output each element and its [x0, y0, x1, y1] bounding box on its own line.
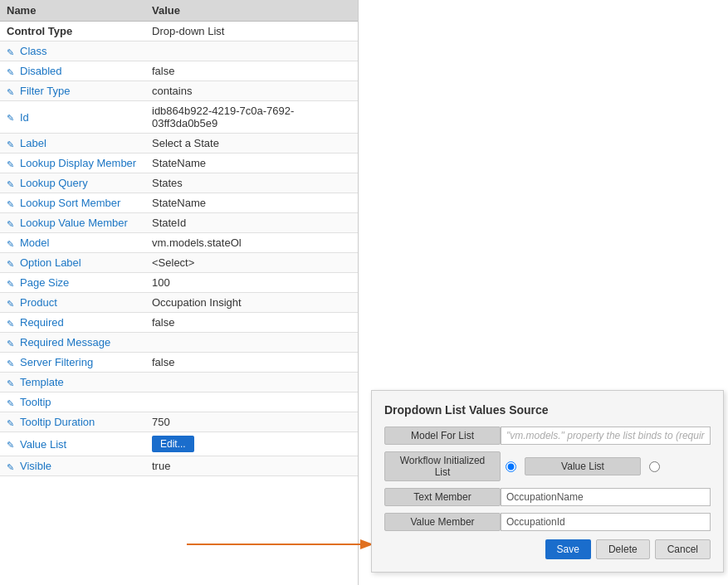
property-value-cell: idb864b922-4219-7c0a-7692-03ff3da0b5e9	[145, 101, 358, 134]
radio-workflow-label[interactable]	[506, 461, 516, 472]
property-name[interactable]: Required	[20, 316, 64, 329]
radio-value-list[interactable]	[649, 461, 660, 472]
table-row: ✎Lookup Value MemberStateId	[0, 213, 358, 233]
property-value-cell: Edit...	[145, 432, 358, 456]
property-name[interactable]: Id	[20, 111, 29, 124]
property-value-cell: StateName	[145, 154, 358, 173]
property-value: idb864b922-4219-7c0a-7692-03ff3da0b5e9	[152, 105, 294, 129]
value-member-label: Value Member	[384, 513, 501, 531]
workflow-label: Workflow Initialized List	[384, 451, 501, 481]
property-value-cell	[145, 392, 358, 412]
edit-pencil-icon: ✎	[7, 398, 17, 408]
edit-pencil-icon: ✎	[7, 378, 17, 388]
property-value-cell: true	[145, 456, 358, 476]
col-header-name: Name	[0, 0, 145, 22]
property-value-cell: Drop-down List	[145, 22, 358, 41]
save-button[interactable]: Save	[545, 539, 591, 559]
model-for-list-label: Model For List	[384, 427, 501, 445]
table-row: ✎Tooltip Duration750	[0, 412, 358, 432]
property-name[interactable]: Product	[20, 296, 57, 309]
property-name-cell: ✎Lookup Sort Member	[0, 193, 145, 213]
property-name[interactable]: Disabled	[20, 65, 62, 77]
model-for-list-input[interactable]	[501, 427, 711, 445]
property-name[interactable]: Filter Type	[20, 85, 70, 97]
table-row: ✎Lookup Display MemberStateName	[0, 154, 358, 173]
property-name-cell: ✎Lookup Display Member	[0, 154, 145, 173]
property-name[interactable]: Option Label	[20, 256, 81, 269]
property-name-cell: ✎Class	[0, 41, 145, 61]
edit-pencil-icon: ✎	[7, 358, 17, 368]
property-value: vm.models.stateOl	[152, 236, 242, 249]
property-name[interactable]: Model	[20, 236, 49, 249]
property-name-cell: ✎Model	[0, 233, 145, 253]
property-value: Occupation Insight	[152, 296, 242, 309]
text-member-input[interactable]	[501, 488, 711, 506]
property-name[interactable]: Required Message	[20, 336, 110, 349]
property-name-cell: ✎Disabled	[0, 61, 145, 81]
property-name[interactable]: Lookup Sort Member	[20, 197, 120, 209]
edit-pencil-icon: ✎	[7, 259, 17, 269]
property-name-cell: ✎Page Size	[0, 273, 145, 293]
property-name[interactable]: Label	[20, 137, 46, 149]
edit-pencil-icon: ✎	[7, 339, 17, 349]
property-name: Control Type	[7, 25, 72, 37]
property-name[interactable]: Tooltip Duration	[20, 416, 95, 428]
edit-pencil-icon: ✎	[7, 440, 17, 450]
property-name[interactable]: Server Filtering	[20, 356, 93, 368]
property-name[interactable]: Lookup Display Member	[20, 157, 136, 169]
edit-pencil-icon: ✎	[7, 139, 17, 149]
property-name[interactable]: Visible	[20, 460, 51, 472]
property-name[interactable]: Lookup Query	[20, 177, 88, 189]
edit-pencil-icon: ✎	[7, 159, 17, 169]
table-row: ✎Class	[0, 41, 358, 61]
property-name[interactable]: Class	[20, 45, 47, 57]
radio-workflow[interactable]	[506, 461, 516, 472]
table-row: ✎Required Message	[0, 333, 358, 353]
property-name[interactable]: Tooltip	[20, 396, 51, 408]
edit-pencil-icon: ✎	[7, 239, 17, 249]
property-value-cell: false	[145, 61, 358, 81]
edit-pencil-icon: ✎	[7, 87, 17, 97]
edit-value-list-button[interactable]: Edit...	[152, 436, 194, 452]
radio-value-label[interactable]	[649, 461, 660, 472]
property-name-cell: ✎Required	[0, 313, 145, 333]
property-name-cell: ✎Filter Type	[0, 81, 145, 101]
table-row: ✎Modelvm.models.stateOl	[0, 233, 358, 253]
property-value: contains	[152, 85, 192, 97]
col-header-value: Value	[145, 0, 358, 22]
table-row: ✎Requiredfalse	[0, 313, 358, 333]
property-value-cell: Occupation Insight	[145, 293, 358, 313]
property-name[interactable]: Value List	[20, 438, 66, 451]
radio-group: Value List	[506, 457, 660, 475]
property-value: Select a State	[152, 137, 219, 149]
edit-pencil-icon: ✎	[7, 319, 17, 329]
table-row: ✎Page Size100	[0, 273, 358, 293]
cancel-button[interactable]: Cancel	[655, 539, 711, 559]
table-row: ✎Value ListEdit...	[0, 432, 358, 456]
property-table: Name Value Control TypeDrop-down List✎Cl…	[0, 0, 359, 585]
property-name[interactable]: Lookup Value Member	[20, 217, 128, 229]
delete-button[interactable]: Delete	[596, 539, 650, 559]
property-value: Drop-down List	[152, 25, 224, 37]
table-row: ✎ProductOccupation Insight	[0, 293, 358, 313]
main-container: Name Value Control TypeDrop-down List✎Cl…	[0, 0, 728, 585]
property-name-cell: Control Type	[0, 22, 145, 41]
property-name[interactable]: Template	[20, 376, 64, 388]
edit-pencil-icon: ✎	[7, 179, 17, 189]
value-member-input[interactable]	[501, 513, 711, 531]
property-name-cell: ✎Product	[0, 293, 145, 313]
action-row: Save Delete Cancel	[384, 539, 711, 559]
property-name-cell: ✎Tooltip Duration	[0, 412, 145, 432]
model-for-list-row: Model For List	[384, 427, 711, 445]
edit-pencil-icon: ✎	[7, 299, 17, 309]
property-value-cell: contains	[145, 81, 358, 101]
radio-row: Workflow Initialized List Value List	[384, 451, 711, 481]
table-row: ✎Visibletrue	[0, 456, 358, 476]
property-name-cell: ✎Id	[0, 101, 145, 134]
property-name-cell: ✎Visible	[0, 456, 145, 476]
property-name-cell: ✎Template	[0, 373, 145, 392]
property-name-cell: ✎Required Message	[0, 333, 145, 353]
edit-pencil-icon: ✎	[7, 113, 17, 123]
property-name[interactable]: Page Size	[20, 276, 69, 289]
panel-title: Dropdown List Values Source	[384, 403, 711, 417]
